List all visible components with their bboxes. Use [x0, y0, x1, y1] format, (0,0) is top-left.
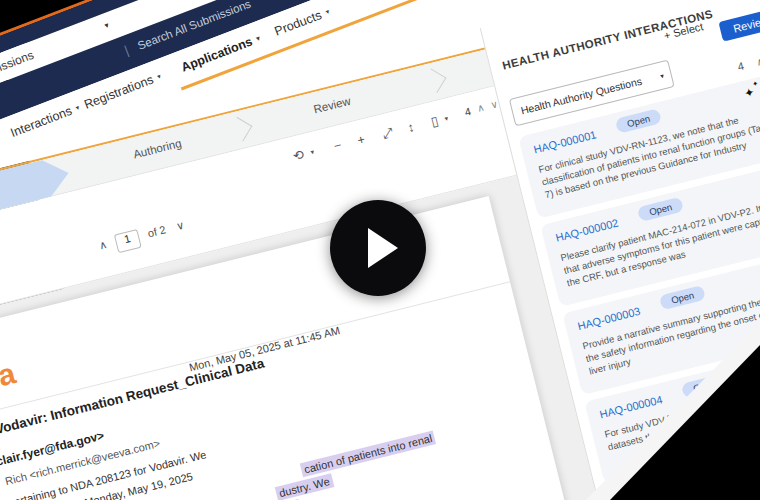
- zoom-in-icon[interactable]: +: [356, 131, 367, 147]
- page-navigator: ∧ 1 of 2 ∨: [97, 218, 187, 258]
- annotation-count: 4: [463, 105, 472, 118]
- panel-title: HEALTH AUTHORITY INTERACTIONS: [501, 8, 714, 72]
- veeva-logo: veeva: [0, 357, 18, 409]
- chevron-down-icon: ▾: [75, 104, 81, 112]
- chevron-down-icon: ▾: [255, 34, 261, 42]
- video-frame: Questions (v0.1)Draft Authoring Review ⟲…: [0, 0, 760, 500]
- status-badge: Open: [615, 108, 663, 134]
- page-number-input[interactable]: 1: [114, 229, 142, 253]
- fit-height-icon[interactable]: ↕: [406, 119, 416, 135]
- chevron-separator-icon: [228, 117, 253, 142]
- chevron-down-icon: ▾: [659, 72, 664, 81]
- highlighted-text: cation of patients into renal: [300, 430, 437, 477]
- rotate-icon[interactable]: ⟲: [291, 147, 305, 164]
- play-icon: [368, 228, 398, 268]
- page-down-icon[interactable]: ∨: [175, 219, 186, 233]
- record-navigator: 4 ∧ ∨: [736, 50, 760, 73]
- zoom-out-icon[interactable]: −: [332, 137, 343, 153]
- status-badge: Open: [637, 197, 685, 223]
- rotate-caret-icon[interactable]: ▾: [310, 148, 315, 157]
- record-prev-icon[interactable]: ∧: [755, 56, 760, 68]
- fit-page-icon[interactable]: ⤢: [381, 125, 395, 143]
- chevron-separator-icon: [422, 68, 447, 93]
- page-up-icon[interactable]: ∧: [98, 238, 109, 252]
- chevron-down-icon: ▾: [156, 72, 162, 80]
- status-badge: Open: [659, 285, 707, 311]
- page-view-icon[interactable]: ▯: [429, 113, 440, 129]
- email-subject: Vodavir: Information Request_Clinical Da…: [0, 356, 266, 437]
- page-of-label: of 2: [146, 223, 167, 239]
- record-count: 4: [736, 60, 745, 73]
- chevron-down-icon: ▾: [103, 21, 110, 31]
- chevron-down-icon: ▾: [324, 8, 330, 16]
- play-button[interactable]: [330, 200, 426, 296]
- review-button[interactable]: Review: [718, 7, 760, 41]
- page-view-caret-icon[interactable]: ▾: [444, 115, 449, 124]
- divider: |: [122, 42, 131, 57]
- ai-sparkle-icon: ✦✦: [743, 85, 756, 101]
- highlighted-text: dustry. We: [275, 473, 334, 500]
- annotation-prev-icon[interactable]: ∧: [476, 102, 486, 114]
